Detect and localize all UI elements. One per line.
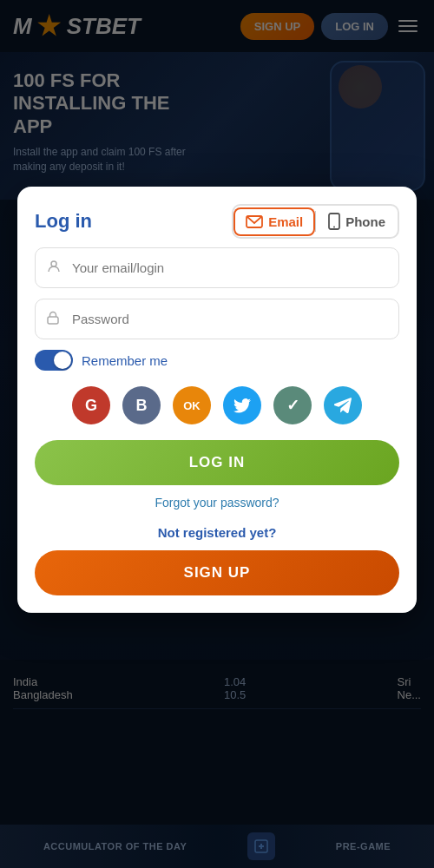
social-checkmark-button[interactable]: ✓: [273, 386, 312, 424]
modal-title: Log in: [35, 210, 92, 233]
email-icon: [246, 215, 263, 228]
login-modal: Log in Email Phone: [17, 187, 417, 613]
svg-point-3: [51, 261, 56, 266]
social-google-button[interactable]: G: [72, 386, 110, 424]
email-input-group: [35, 247, 399, 288]
tab-phone[interactable]: Phone: [316, 206, 398, 237]
social-telegram-button[interactable]: [324, 386, 362, 424]
social-twitter-button[interactable]: [223, 386, 261, 424]
password-input[interactable]: [35, 299, 399, 339]
forgot-password-link[interactable]: Forgot your password?: [35, 496, 399, 510]
social-ok-button[interactable]: OK: [173, 386, 211, 424]
toggle-knob: [54, 352, 71, 369]
user-icon: [47, 260, 61, 277]
phone-icon: [328, 213, 340, 230]
social-b-button[interactable]: B: [122, 386, 161, 424]
tab-email[interactable]: Email: [233, 207, 315, 236]
social-login-row: G B OK ✓: [35, 386, 399, 424]
svg-rect-4: [48, 317, 58, 324]
remember-label: Remember me: [82, 353, 168, 368]
password-input-group: [35, 299, 399, 339]
login-tab-group: Email Phone: [232, 204, 399, 239]
lock-icon: [47, 311, 59, 328]
modal-header: Log in Email Phone: [17, 187, 417, 247]
signup-button[interactable]: SIGN UP: [35, 550, 399, 595]
tab-phone-label: Phone: [345, 214, 385, 229]
email-input[interactable]: [35, 247, 399, 288]
svg-point-2: [333, 227, 335, 228]
modal-body: Remember me G B OK ✓ LOG IN Forgot your …: [17, 247, 417, 595]
tab-email-label: Email: [268, 214, 303, 229]
not-registered-text: Not registered yet?: [35, 525, 399, 540]
remember-toggle[interactable]: [35, 350, 73, 371]
login-submit-button[interactable]: LOG IN: [35, 440, 399, 485]
remember-row: Remember me: [35, 350, 399, 371]
